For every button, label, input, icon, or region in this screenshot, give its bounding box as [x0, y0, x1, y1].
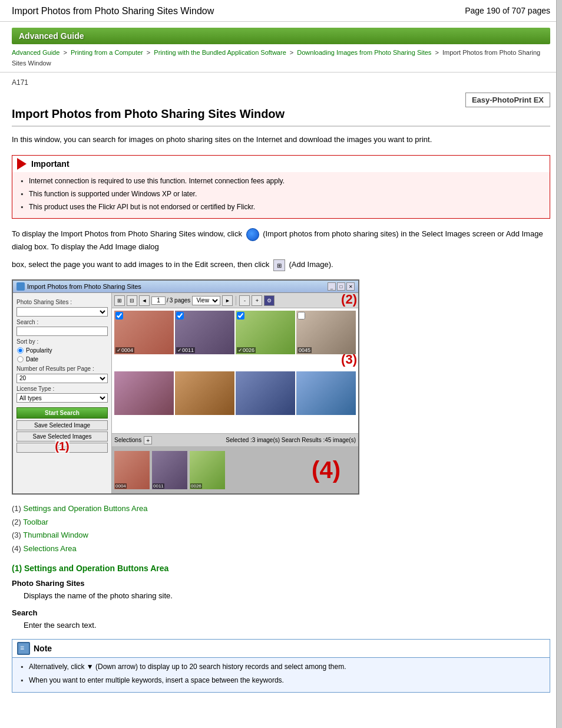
note-item-2: When you want to enter multiple keywords… — [19, 674, 543, 687]
thumb-num-1: ✓0004 — [115, 347, 134, 353]
license-type-select[interactable]: All types — [16, 393, 108, 403]
view-select[interactable]: View — [192, 296, 220, 305]
next-page-button[interactable]: ► — [222, 295, 233, 306]
thumbnail-3[interactable]: ✓0026 — [236, 311, 295, 354]
label-3-badge: (3) — [341, 352, 357, 367]
breadcrumb-sep2: > — [147, 49, 152, 56]
area-list-item-1: (1) Settings and Operation Buttons Area — [12, 503, 550, 515]
breadcrumb-adv-guide[interactable]: Advanced Guide — [12, 49, 59, 56]
area-link-4[interactable]: Selections Area — [24, 544, 77, 553]
popularity-radio[interactable] — [17, 348, 23, 354]
search-subheader: Search — [12, 608, 550, 617]
popularity-radio-item: Popularity — [16, 347, 108, 354]
selections-grid: 0004 0011 0026 (4) — [112, 446, 358, 493]
body-para-1-text: To display the Import Photos from Photo … — [12, 229, 242, 238]
thumbnail-2[interactable]: ✓0011 — [175, 311, 234, 354]
page-info: / 3 pages — [151, 297, 190, 305]
main-content: A171 Easy-PhotoPrint EX Import Photos fr… — [0, 73, 562, 711]
photo-sites-select[interactable] — [16, 307, 108, 317]
sel-thumb-num-3: 0026 — [190, 483, 202, 489]
area-link-3[interactable]: Thumbnail Window — [23, 531, 88, 539]
area-num-3: (3) — [12, 531, 23, 539]
note-list: Alternatively, click ▼ (Down arrow) to d… — [19, 660, 543, 687]
breadcrumb-downloading[interactable]: Downloading Images from Photo Sharing Si… — [297, 49, 431, 56]
screenshot-body: Photo Sharing Sites : Search : Sort by :… — [13, 293, 358, 493]
page-number: Page 190 of 707 pages — [465, 6, 550, 15]
scrollbar[interactable] — [556, 0, 562, 728]
body-para-1: To display the Import Photos from Photo … — [12, 228, 550, 253]
breadcrumb-sep3: > — [290, 49, 295, 56]
area-list-item-2: (2) Toolbar — [12, 516, 550, 528]
prev-page-button[interactable]: ◄ — [139, 295, 150, 306]
area-list-item-4: (4) Selections Area — [12, 543, 550, 555]
thumb-checkbox-1[interactable] — [115, 312, 123, 319]
thumb-checkbox-3[interactable] — [237, 312, 244, 319]
date-radio[interactable] — [17, 357, 23, 363]
date-radio-item: Date — [16, 355, 108, 363]
important-list: Internet connection is required to use t… — [19, 174, 543, 213]
body-para-2-end: (Add Image). — [289, 260, 333, 269]
thumbnail-8[interactable] — [296, 371, 356, 415]
important-item-3: This product uses the Flickr API but is … — [19, 200, 543, 213]
note-box: Note Alternatively, click ▼ (Down arrow)… — [12, 639, 550, 693]
toolbar-separator — [236, 296, 236, 305]
selection-thumb-2[interactable]: 0011 — [152, 451, 187, 489]
note-header: Note — [12, 640, 550, 657]
screenshot-window: Import Photos from Photo Sharing Sites _… — [12, 279, 359, 495]
note-item-1: Alternatively, click ▼ (Down arrow) to d… — [19, 660, 543, 674]
note-icon — [17, 642, 30, 655]
label-2-badge: (2) — [341, 293, 357, 307]
list-view-button[interactable]: ⊟ — [127, 295, 137, 306]
page-total: 3 pages — [170, 297, 191, 304]
body-para-2: box, select the page you want to add ima… — [12, 259, 550, 271]
area-num-4: (4) — [12, 544, 24, 553]
selection-thumb-3[interactable]: 0026 — [190, 451, 225, 489]
zoom-out-button[interactable]: - — [239, 295, 250, 306]
page-sep: / — [167, 297, 168, 304]
thumbnail-grid: ✓0004 ✓0011 ✓0026 00 — [112, 308, 358, 433]
grid-view-button[interactable]: ⊞ — [114, 295, 125, 306]
area-num-1: (1) — [12, 504, 24, 513]
window-icon — [16, 282, 25, 291]
results-per-page-select[interactable]: 20 — [16, 374, 108, 383]
important-arrow-icon — [17, 158, 27, 170]
area-link-2[interactable]: Toolbar — [23, 518, 48, 526]
a-code: A171 — [12, 78, 550, 87]
search-desc: Enter the search text. — [12, 620, 550, 632]
thumb-checkbox-4[interactable] — [297, 312, 305, 319]
toolbar-bar: ⊞ ⊟ ◄ / 3 pages View ► - + ⚙ — [112, 293, 358, 308]
thumbnail-6[interactable] — [175, 371, 234, 415]
selection-thumb-1[interactable]: 0004 — [114, 451, 150, 489]
close-button[interactable]: ✕ — [346, 282, 355, 291]
start-search-button[interactable]: Start Search — [16, 407, 108, 419]
important-title: Important — [31, 159, 70, 169]
body-para-2-text: box, select the page you want to add ima… — [12, 260, 269, 269]
area-link-1[interactable]: Settings and Operation Buttons Area — [24, 504, 148, 513]
thumb-checkbox-2[interactable] — [176, 312, 184, 319]
zoom-in-button[interactable]: + — [252, 295, 262, 306]
search-label: Search : — [16, 319, 108, 325]
sort-radio-group: Popularity Date — [16, 347, 108, 363]
selections-bar: Selections + Selected :3 image(s) Search… — [112, 433, 358, 446]
date-label: Date — [26, 356, 38, 363]
thumbnail-7[interactable] — [236, 371, 295, 415]
breadcrumb-bundled-sw[interactable]: Printing with the Bundled Application So… — [154, 49, 286, 56]
save-selected-image-button[interactable]: Save Selected Image — [16, 420, 108, 430]
area-num-2: (2) — [12, 518, 23, 526]
page-input[interactable] — [151, 297, 166, 305]
add-selection-button[interactable]: + — [144, 436, 152, 444]
thumbnail-1[interactable]: ✓0004 — [114, 311, 174, 354]
results-per-page-label: Number of Results per Page : — [16, 365, 108, 372]
thumbnail-5[interactable] — [114, 371, 174, 415]
thumbnail-4[interactable]: 0045 — [296, 311, 356, 354]
maximize-button[interactable]: □ — [337, 282, 345, 291]
breadcrumb-printing-computer[interactable]: Printing from a Computer — [71, 49, 143, 56]
search-input[interactable] — [16, 327, 108, 336]
thumb-num-2: ✓0011 — [176, 347, 195, 353]
section-1-header: (1) Settings and Operation Buttons Area — [12, 564, 550, 573]
photo-sites-label: Photo Sharing Sites : — [16, 299, 108, 305]
settings-button[interactable]: ⚙ — [264, 295, 275, 306]
breadcrumb-sep1: > — [63, 49, 68, 56]
minimize-button[interactable]: _ — [328, 282, 336, 291]
window-controls: _ □ ✕ — [328, 282, 355, 291]
